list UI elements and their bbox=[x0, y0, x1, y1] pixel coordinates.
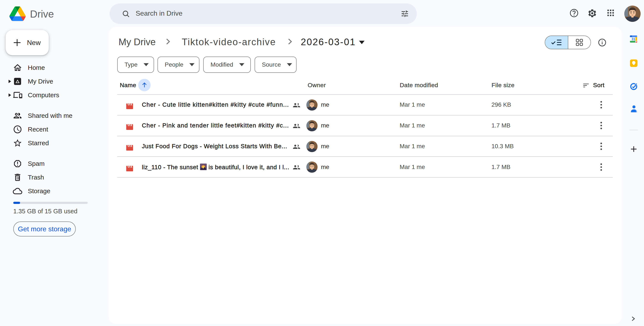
svg-text:31: 31 bbox=[632, 37, 635, 41]
